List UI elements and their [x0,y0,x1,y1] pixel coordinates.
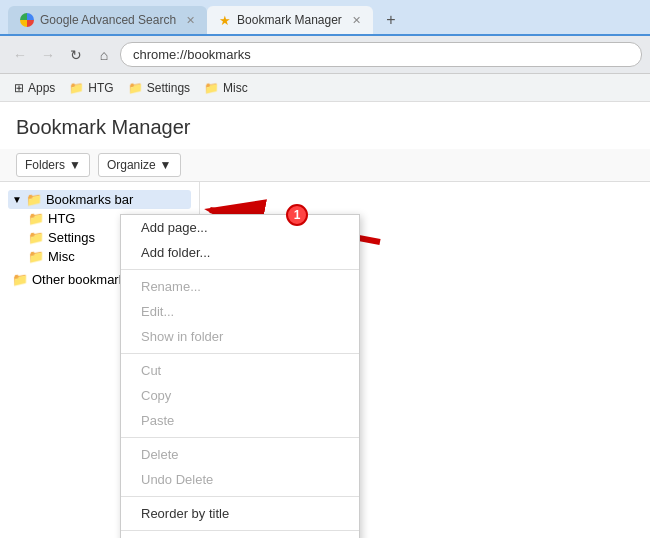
new-tab-button[interactable]: + [377,6,405,34]
htg-tree-folder-icon: 📁 [28,211,44,226]
tab-bookmark-label: Bookmark Manager [237,13,342,27]
menu-delete: Delete [121,442,359,467]
menu-show-in-folder: Show in folder [121,324,359,349]
menu-copy: Copy [121,383,359,408]
menu-sep-5 [121,530,359,531]
apps-grid-icon: ⊞ [14,81,24,95]
settings-folder-icon: 📁 [128,81,143,95]
tab-google-close-icon[interactable]: ✕ [186,14,195,27]
bookmarks-bar-htg[interactable]: 📁 HTG [63,79,119,97]
folders-button[interactable]: Folders ▼ [16,153,90,177]
nav-bar: ← → ↻ ⌂ chrome://bookmarks [0,36,650,74]
tab-google-advanced-search[interactable]: Google Advanced Search ✕ [8,6,207,34]
bookmarks-bar: ⊞ Apps 📁 HTG 📁 Settings 📁 Misc [0,74,650,102]
tab-bookmark-close-icon[interactable]: ✕ [352,14,361,27]
organize-button[interactable]: Organize ▼ [98,153,181,177]
settings-tree-folder-icon: 📁 [28,230,44,245]
other-bookmarks-tree-label: Other bookmarks [32,272,132,287]
home-button[interactable]: ⌂ [92,43,116,67]
htg-folder-icon: 📁 [69,81,84,95]
bookmarks-bar-settings[interactable]: 📁 Settings [122,79,196,97]
menu-reorder-by-title[interactable]: Reorder by title [121,501,359,526]
menu-sep-4 [121,496,359,497]
menu-rename: Rename... [121,274,359,299]
organize-chevron-icon: ▼ [160,158,172,172]
expand-icon: ▼ [12,194,22,205]
refresh-button[interactable]: ↻ [64,43,88,67]
htg-label: HTG [88,81,113,95]
tab-bookmark-manager[interactable]: ★ Bookmark Manager ✕ [207,6,373,34]
bookmarks-bar-misc[interactable]: 📁 Misc [198,79,254,97]
menu-sep-1 [121,269,359,270]
tree-item-bookmarks-bar[interactable]: ▼ 📁 Bookmarks bar [8,190,191,209]
url-text: chrome://bookmarks [133,47,251,62]
misc-tree-label: Misc [48,249,75,264]
bookmarks-bar-tree-label: Bookmarks bar [46,192,133,207]
menu-paste: Paste [121,408,359,433]
menu-sep-2 [121,353,359,354]
folders-label: Folders [25,158,65,172]
settings-label: Settings [147,81,190,95]
back-button[interactable]: ← [8,43,32,67]
bm-toolbar: Folders ▼ Organize ▼ [0,149,650,182]
organize-dropdown-menu: Add page... Add folder... Rename... Edit… [120,214,360,538]
misc-label: Misc [223,81,248,95]
settings-tree-label: Settings [48,230,95,245]
other-bookmarks-folder-icon: 📁 [12,272,28,287]
organize-label: Organize [107,158,156,172]
htg-tree-label: HTG [48,211,75,226]
google-favicon-icon [20,13,34,27]
folders-chevron-icon: ▼ [69,158,81,172]
main-content: Bookmark Manager Folders ▼ Organize ▼ ▼ … [0,102,650,538]
tab-google-label: Google Advanced Search [40,13,176,27]
bookmark-tab-star-icon: ★ [219,13,231,28]
menu-undo-delete: Undo Delete [121,467,359,492]
page-title: Bookmark Manager [0,102,650,149]
menu-add-page[interactable]: Add page... [121,215,359,240]
apps-label: Apps [28,81,55,95]
menu-cut: Cut [121,358,359,383]
bookmarks-bar-apps[interactable]: ⊞ Apps [8,79,61,97]
menu-edit: Edit... [121,299,359,324]
bm-content: ▼ 📁 Bookmarks bar 📁 HTG 📁 Settings 📁 [0,182,650,538]
browser-frame: Google Advanced Search ✕ ★ Bookmark Mana… [0,0,650,538]
misc-folder-icon: 📁 [204,81,219,95]
misc-tree-folder-icon: 📁 [28,249,44,264]
address-bar[interactable]: chrome://bookmarks [120,42,642,67]
menu-add-folder[interactable]: Add folder... [121,240,359,265]
tab-bar: Google Advanced Search ✕ ★ Bookmark Mana… [0,0,650,36]
bookmarks-bar-folder-icon: 📁 [26,192,42,207]
menu-sep-3 [121,437,359,438]
forward-button[interactable]: → [36,43,60,67]
